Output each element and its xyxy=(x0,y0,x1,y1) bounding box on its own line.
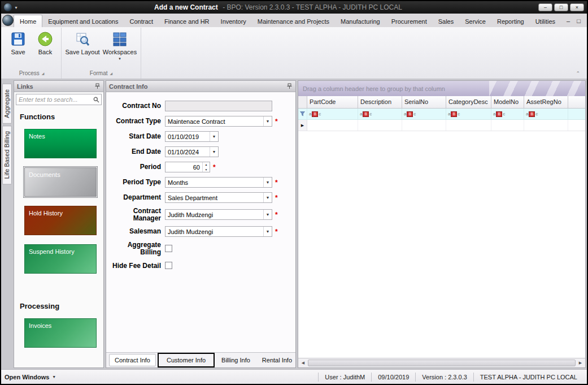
spin-up-icon[interactable]: ▲ xyxy=(203,162,210,167)
pin-icon[interactable] xyxy=(286,83,293,89)
format-dialog-launcher-icon[interactable]: ◢ xyxy=(110,72,113,75)
scrollbar-thumb[interactable] xyxy=(308,360,576,366)
column-header-modelno[interactable]: ModelNo xyxy=(491,96,524,108)
ribbon-tab-sales[interactable]: Sales xyxy=(433,15,460,27)
documents-button[interactable]: Documents xyxy=(24,167,97,197)
save-layout-button[interactable]: Save Layout xyxy=(64,29,101,55)
process-dialog-launcher-icon[interactable]: ◢ xyxy=(42,72,45,75)
grid-indicator-header xyxy=(298,96,307,108)
workspaces-button[interactable]: Workspaces ▼ xyxy=(101,29,138,60)
filter-cell-description[interactable]: aBc xyxy=(358,109,402,119)
grid-filter-row: aBc aBc aBc aBc aBc aBc xyxy=(298,109,585,120)
grid-empty-row[interactable]: ▶ xyxy=(298,120,585,131)
chevron-down-icon[interactable]: ▼ xyxy=(210,147,218,157)
end-date-value: 01/10/2024 xyxy=(165,149,210,155)
period-type-label: Period Type xyxy=(106,179,165,186)
chevron-down-icon[interactable]: ▼ xyxy=(210,132,218,141)
quick-access-chevron-icon[interactable]: ▼ xyxy=(14,6,18,10)
save-button[interactable]: Save xyxy=(5,29,32,55)
open-windows-button[interactable]: Open Windows ▼ xyxy=(5,374,56,380)
ribbon-tab-home[interactable]: Home xyxy=(14,15,42,27)
end-date-picker[interactable]: 01/10/2024 ▼ xyxy=(165,146,219,157)
salesman-combobox[interactable]: Judith Mudzengi ▼ xyxy=(165,226,272,237)
ribbon-tab-service[interactable]: Service xyxy=(459,15,491,27)
window-controls: – □ × xyxy=(538,3,584,11)
chevron-down-icon[interactable]: ▼ xyxy=(263,210,272,219)
scroll-right-icon[interactable]: ▶ xyxy=(576,358,585,367)
ribbon-tab-equipment-and-locations[interactable]: Equipment and Locations xyxy=(42,15,124,27)
aggregate-billing-checkbox[interactable] xyxy=(165,245,172,252)
column-header-serialno[interactable]: SerialNo xyxy=(402,96,446,108)
hide-fee-detail-checkbox[interactable] xyxy=(165,262,172,269)
chevron-down-icon[interactable]: ▼ xyxy=(263,178,272,187)
main-area: Aggregate Life Based Billing Links xyxy=(1,79,587,369)
filter-cell-modelno[interactable]: aBc xyxy=(491,109,524,119)
period-type-value: Months xyxy=(165,179,263,186)
contract-info-panel-title: Contract Info xyxy=(109,83,286,90)
maximize-button[interactable]: □ xyxy=(554,3,568,11)
ribbon-tab-reporting[interactable]: Reporting xyxy=(491,15,530,27)
back-button[interactable]: Back xyxy=(32,29,59,55)
required-marker: * xyxy=(275,118,278,126)
collapse-ribbon-icon[interactable]: ⌃ xyxy=(576,71,580,76)
contract-manager-combobox[interactable]: Judith Mudzengi ▼ xyxy=(165,209,272,220)
contract-no-label: Contract No xyxy=(106,102,165,110)
filter-cell-assetregno[interactable]: aBc xyxy=(524,109,568,119)
ribbon-tab-contract[interactable]: Contract xyxy=(124,15,159,27)
chevron-down-icon[interactable]: ▼ xyxy=(263,193,272,202)
search-input[interactable] xyxy=(16,96,91,103)
start-date-picker[interactable]: 01/10/2019 ▼ xyxy=(165,131,219,142)
tab-billing-info[interactable]: Billing Info xyxy=(216,354,255,366)
empty-cell xyxy=(307,120,358,131)
ribbon-tab-inventory[interactable]: Inventory xyxy=(215,15,252,27)
period-type-combobox[interactable]: Months ▼ xyxy=(165,177,272,188)
application-button[interactable] xyxy=(2,14,14,27)
aggregate-billing-label: Aggregate Billing xyxy=(106,241,165,256)
column-header-categorydesc[interactable]: CategoryDesc xyxy=(446,96,491,108)
tab-rental-info[interactable]: Rental Info xyxy=(257,354,297,366)
status-user: User : JudithM xyxy=(318,373,371,382)
dock-tab-aggregate[interactable]: Aggregate xyxy=(2,84,12,124)
ribbon-tab-utilities[interactable]: Utilities xyxy=(530,15,561,27)
workspaces-dropdown-icon: ▼ xyxy=(118,57,121,60)
ribbon-tab-finance-and-hr[interactable]: Finance and HR xyxy=(159,15,215,27)
grid-group-by-band[interactable]: Drag a column header here to group by th… xyxy=(298,81,585,96)
filter-cell-partcode[interactable]: aBc xyxy=(307,109,358,119)
column-header-description[interactable]: Description xyxy=(358,96,402,108)
dock-tab-life-based-billing[interactable]: Life Based Billing xyxy=(2,126,12,184)
suspend-history-button[interactable]: Suspend History xyxy=(24,244,97,274)
period-spinner[interactable]: 60 ▲ ▼ xyxy=(165,162,210,172)
department-combobox[interactable]: Sales Department ▼ xyxy=(165,192,272,203)
filter-cell-categorydesc[interactable]: aBc xyxy=(446,109,491,119)
chevron-down-icon[interactable]: ▼ xyxy=(263,116,272,126)
mdi-minimize-icon[interactable]: – xyxy=(567,18,570,24)
empty-cell xyxy=(524,120,568,131)
chevron-down-icon: ▼ xyxy=(52,375,56,379)
chevron-down-icon[interactable]: ▼ xyxy=(263,227,272,236)
invoices-button[interactable]: Invoices xyxy=(24,318,97,348)
close-button[interactable]: × xyxy=(570,3,584,11)
tab-contract-info[interactable]: Contract Info xyxy=(109,354,156,366)
ribbon-tab-maintenance-and-projects[interactable]: Maintenance and Projects xyxy=(252,15,335,27)
ribbon-tab-manufacturing[interactable]: Manufacturing xyxy=(335,15,386,27)
column-header-partcode[interactable]: PartCode xyxy=(307,96,358,108)
search-icon[interactable] xyxy=(91,94,101,105)
tab-customer-info[interactable]: Customer Info xyxy=(158,353,215,367)
minimize-button[interactable]: – xyxy=(538,3,552,11)
contract-form: Contract No Contract Type Maintenace Con… xyxy=(106,92,295,352)
column-header-assetregno[interactable]: AssetRegNo xyxy=(524,96,568,108)
start-date-value: 01/10/2019 xyxy=(165,133,210,140)
mdi-restore-icon[interactable]: □ xyxy=(577,18,581,24)
filter-funnel-icon xyxy=(300,111,305,116)
filter-cell-serialno[interactable]: aBc xyxy=(402,109,446,119)
scrollbar-track[interactable] xyxy=(308,358,576,367)
scroll-left-icon[interactable]: ◀ xyxy=(298,358,308,367)
notes-button[interactable]: Notes xyxy=(24,129,97,158)
grid-horizontal-scrollbar[interactable]: ◀ ▶ xyxy=(298,358,585,367)
hold-history-button[interactable]: Hold History xyxy=(24,206,97,235)
contract-type-combobox[interactable]: Maintenace Contract ▼ xyxy=(165,116,272,127)
pin-icon[interactable] xyxy=(94,83,101,89)
ribbon-tab-procurement[interactable]: Procurement xyxy=(386,15,433,27)
titlebar: ▼ Add a new Contract - BPO: Version 2.3.… xyxy=(1,1,587,14)
spin-down-icon[interactable]: ▼ xyxy=(203,167,210,172)
